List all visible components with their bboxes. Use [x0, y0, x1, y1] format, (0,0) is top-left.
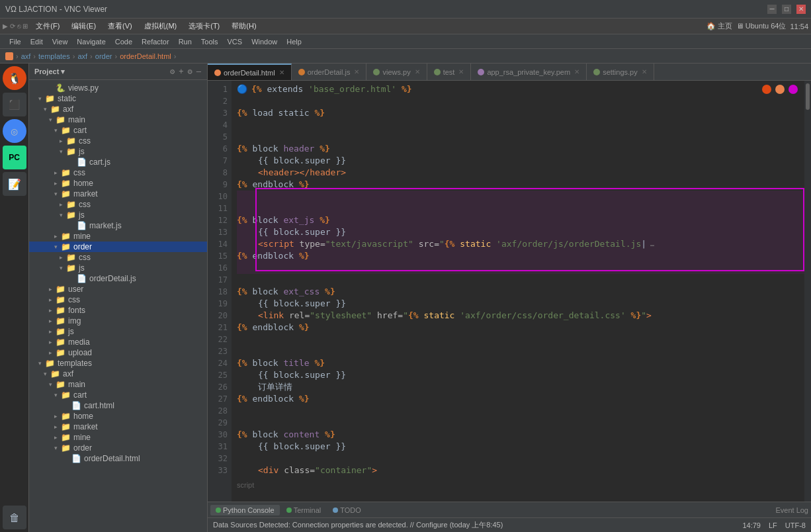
- tree-item-templates-main[interactable]: ▾ 📁 main: [29, 379, 207, 390]
- tab-pem[interactable]: app_rsa_private_key.pem ✕: [471, 64, 587, 81]
- circle-orange[interactable]: [775, 85, 785, 94]
- tree-item-templates-home[interactable]: ▸ 📁 home: [29, 411, 207, 421]
- vnc-menu-help[interactable]: 帮助(H): [228, 20, 260, 32]
- tab-views-py[interactable]: views.py ✕: [366, 64, 427, 81]
- vnc-menu-view[interactable]: 查看(V): [104, 20, 136, 32]
- tree-item-order[interactable]: ▾ 📁 order: [29, 242, 207, 252]
- menu-run[interactable]: Run: [175, 36, 196, 47]
- sidebar-hide-icon[interactable]: —: [196, 66, 202, 77]
- tree-item-main[interactable]: ▾ 📁 main: [29, 114, 207, 125]
- tab-close-6[interactable]: ✕: [642, 68, 647, 75]
- tree-item-templates-market[interactable]: ▸ 📁 market: [29, 421, 207, 432]
- tab-orderdetail-js[interactable]: orderDetail.js ✕: [292, 64, 367, 81]
- tree-item-static[interactable]: ▾ 📁 static: [29, 93, 207, 104]
- sidebar-add-icon[interactable]: +: [178, 66, 184, 77]
- bottom-tab-todo[interactable]: TODO: [327, 505, 366, 515]
- ubuntu-icon[interactable]: 🐧: [3, 66, 26, 90]
- circle-red[interactable]: [762, 85, 771, 94]
- close-button[interactable]: ✕: [796, 5, 806, 14]
- vnc-menu-tabs[interactable]: 选项卡(T): [185, 20, 224, 32]
- bc-file[interactable]: orderDetail.html: [120, 52, 171, 60]
- tree-item-main-css[interactable]: ▸ 📁 css: [29, 167, 207, 178]
- tab-close-3[interactable]: ✕: [415, 68, 420, 75]
- maximize-button[interactable]: □: [782, 5, 791, 14]
- tab-close-5[interactable]: ✕: [574, 68, 579, 75]
- tree-item-home[interactable]: ▸ 📁 home: [29, 178, 207, 189]
- code-line-6: {% block header %}: [237, 143, 806, 155]
- app-window: VΩ LJACTION - VNC Viewer ─ □ ✕ ▶ ⟳ ⎋ ⊞ 文…: [0, 0, 811, 532]
- menu-refactor[interactable]: Refactor: [138, 36, 173, 47]
- tree-item-cart-css[interactable]: ▸ 📁 css: [29, 136, 207, 146]
- tree-item-mine[interactable]: ▸ 📁 mine: [29, 231, 207, 242]
- minimize-button[interactable]: ─: [767, 5, 777, 14]
- tree-item-templates-cart[interactable]: ▾ 📁 cart: [29, 390, 207, 400]
- tree-item-img[interactable]: ▸ 📁 img: [29, 316, 207, 326]
- tree-item-orderdetail-html[interactable]: 📄 orderDetail.html: [29, 453, 207, 464]
- vnc-home-label: 🏠 主页: [706, 21, 732, 31]
- tree-item-cart-html[interactable]: 📄 cart.html: [29, 400, 207, 411]
- folder-icon-fonts: 📁: [56, 306, 65, 315]
- bottom-tab-python-console[interactable]: Python Console: [210, 505, 280, 515]
- tree-item-order-css[interactable]: ▸ 📁 css: [29, 252, 207, 263]
- menu-view[interactable]: View: [48, 36, 72, 47]
- menu-edit[interactable]: Edit: [26, 36, 47, 47]
- menu-help[interactable]: Help: [282, 36, 306, 47]
- vnc-menu-edit[interactable]: 编辑(E): [67, 20, 100, 32]
- tree-item-media[interactable]: ▸ 📁 media: [29, 337, 207, 347]
- tree-item-templates[interactable]: ▾ 📁 templates: [29, 358, 207, 369]
- tree-item-market-css[interactable]: ▸ 📁 css: [29, 199, 207, 210]
- menu-code[interactable]: Code: [111, 36, 136, 47]
- bc-folder1[interactable]: axf: [21, 52, 31, 60]
- tree-item-order-detail-js[interactable]: 📄 orderDetail.js: [29, 273, 207, 284]
- bottom-tab-terminal[interactable]: Terminal: [281, 505, 327, 515]
- terminal-icon[interactable]: ⬛: [3, 93, 26, 116]
- tab-test[interactable]: test ✕: [427, 64, 472, 81]
- tree-item-cart[interactable]: ▾ 📁 cart: [29, 125, 207, 136]
- bc-folder4[interactable]: order: [95, 52, 112, 60]
- tree-item-market-js-file[interactable]: 📄 market.js: [29, 220, 207, 231]
- tree-item-upload[interactable]: ▸ 📁 upload: [29, 347, 207, 358]
- tree-item-market-js[interactable]: ▾ 📁 js: [29, 210, 207, 220]
- tree-item-templates-order[interactable]: ▾ 📁 order: [29, 443, 207, 453]
- tree-item-static-axf[interactable]: ▾ 📁 axf: [29, 104, 207, 114]
- tab-close-1[interactable]: ✕: [279, 69, 284, 76]
- tree-item-user[interactable]: ▸ 📁 user: [29, 284, 207, 294]
- tree-item-market[interactable]: ▾ 📁 market: [29, 189, 207, 199]
- bc-folder3[interactable]: axf: [77, 52, 87, 60]
- vnc-menu-vm[interactable]: 虚拟机(M): [140, 20, 181, 32]
- tree-item-order-js[interactable]: ▾ 📁 js: [29, 263, 207, 273]
- tree-item-templates-mine[interactable]: ▸ 📁 mine: [29, 432, 207, 443]
- tab-icon-pem: [478, 69, 484, 75]
- bc-folder2[interactable]: templates: [38, 52, 70, 60]
- menu-tools[interactable]: Tools: [197, 36, 222, 47]
- sidebar-gear-icon[interactable]: ⚙: [187, 66, 193, 77]
- code-editor[interactable]: 🔵 {% extends 'base_order.html' %} {% loa…: [232, 81, 811, 502]
- code-line-25: {{ block.super }}: [237, 369, 806, 381]
- tab-close-2[interactable]: ✕: [354, 68, 359, 75]
- event-log-link[interactable]: Event Log: [775, 506, 808, 514]
- menu-vcs[interactable]: VCS: [224, 36, 247, 47]
- circle-purple[interactable]: [789, 85, 798, 94]
- tree-item-templates-axf[interactable]: ▾ 📁 axf: [29, 369, 207, 379]
- menu-navigate[interactable]: Navigate: [73, 36, 109, 47]
- menu-file[interactable]: File: [5, 36, 25, 47]
- trash-icon[interactable]: 🗑: [3, 506, 26, 529]
- tree-item-cart-js[interactable]: ▾ 📁 js: [29, 146, 207, 157]
- tree-item-cart-js-file[interactable]: 📄 cart.js: [29, 157, 207, 167]
- tab-close-4[interactable]: ✕: [458, 68, 464, 75]
- code-line-27: {% endblock %}: [237, 393, 806, 405]
- tree-item-views-py[interactable]: 🐍 views.py: [29, 83, 207, 93]
- tree-item-fonts[interactable]: ▸ 📁 fonts: [29, 305, 207, 316]
- scroll-indicator[interactable]: [804, 81, 811, 502]
- sidebar-settings-icon[interactable]: ⚙: [169, 66, 175, 77]
- tree-item-axf-css[interactable]: ▸ 📁 css: [29, 294, 207, 305]
- menu-window[interactable]: Window: [247, 36, 281, 47]
- pycharm-icon[interactable]: PC: [3, 146, 26, 169]
- chrome-icon[interactable]: ◎: [3, 119, 26, 143]
- editor-icon[interactable]: 📝: [3, 172, 26, 196]
- vnc-menu-file[interactable]: 文件(F): [32, 20, 64, 32]
- tab-orderdetail-html[interactable]: orderDetail.html ✕: [208, 64, 292, 81]
- tree-item-axf-js[interactable]: ▸ 📁 js: [29, 326, 207, 337]
- tab-settings-py[interactable]: settings.py ✕: [587, 64, 654, 81]
- vnc-time: 11:54: [790, 22, 808, 30]
